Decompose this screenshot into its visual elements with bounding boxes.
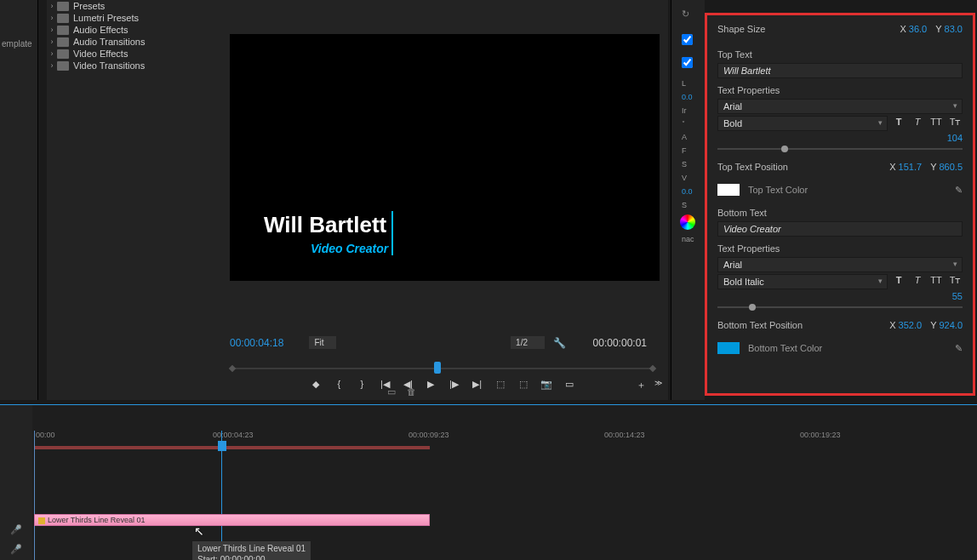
y-value[interactable]: 860.5 [939, 162, 963, 172]
tree-item[interactable]: ›Video Transitions [47, 60, 217, 71]
video-preview[interactable]: Will Bartlett Video Creator [230, 34, 660, 281]
tree-item[interactable]: ›Audio Effects [47, 24, 217, 36]
go-to-out-icon[interactable]: ▶| [467, 379, 488, 390]
settings-icon[interactable]: 🔧 [553, 337, 566, 349]
color-swatch[interactable] [717, 184, 740, 196]
add-marker-icon[interactable]: ◆ [306, 379, 326, 390]
scrubber-track [230, 368, 655, 369]
property-label: Bottom Text [717, 208, 963, 218]
folder-icon [57, 26, 69, 35]
tooltip-line: Lower Thirds Line Reveal 01 [197, 543, 306, 554]
mark-in-icon[interactable]: { [329, 379, 349, 389]
font-weight-select[interactable]: Bold Italic [717, 274, 888, 289]
eyedropper-icon[interactable]: ✎ [955, 185, 963, 196]
y-label: Y [930, 320, 936, 330]
timecode-bar: 00:00:04:18 Fit 1/2 🔧 00:00:00:01 [230, 336, 655, 349]
program-monitor: Will Bartlett Video Creator 00:00:04:18 … [217, 0, 668, 400]
scrubber[interactable] [230, 357, 655, 374]
mic-icon[interactable]: 🎤 [0, 544, 32, 555]
color-wheel-icon[interactable] [680, 214, 695, 230]
zoom-select[interactable]: Fit [309, 336, 335, 349]
font-size-slider[interactable] [717, 148, 963, 150]
x-value[interactable]: 352.0 [899, 320, 923, 330]
lift-icon[interactable]: ⬚ [490, 379, 511, 390]
value-label[interactable]: 0.0 [682, 93, 705, 101]
font-weight-select[interactable]: Bold [717, 116, 888, 131]
font-size-value[interactable]: 104 [717, 133, 963, 143]
slider-handle[interactable] [781, 146, 788, 152]
truncated-label: V [682, 174, 705, 182]
y-label: Y [935, 24, 941, 34]
folder-icon [57, 14, 69, 23]
tree-item[interactable]: ›Video Effects [47, 48, 217, 60]
italic-button[interactable]: T [910, 117, 925, 130]
x-value[interactable]: 36.0 [909, 24, 927, 34]
y-value[interactable]: 924.0 [939, 320, 963, 330]
work-area-bar[interactable] [34, 446, 430, 449]
export-frame-icon[interactable]: 📷 [536, 379, 557, 390]
y-value[interactable]: 83.0 [945, 24, 963, 34]
chevron-right-icon: › [47, 14, 57, 22]
time-ruler[interactable]: 00:00 00:00:04:23 00:00:09:23 00:00:14:2… [34, 431, 977, 446]
trash-icon[interactable]: 🗑 [407, 386, 416, 397]
chevron-right-icon: › [47, 37, 57, 46]
loop-icon[interactable]: ↻ [682, 9, 705, 20]
resolution-select[interactable]: 1/2 [511, 336, 545, 349]
font-family-select[interactable]: Arial [717, 99, 963, 114]
bold-button[interactable]: T [891, 117, 906, 130]
color-swatch[interactable] [717, 342, 740, 354]
property-label: Top Text Position [717, 162, 881, 172]
step-forward-icon[interactable]: |▶ [444, 379, 465, 390]
chevron-down-icon[interactable]: ˅ [682, 120, 705, 128]
essential-graphics-panel: Shape Size X36.0 Y83.0 Top Text Text Pro… [705, 13, 975, 396]
extract-icon[interactable]: ⬚ [513, 379, 534, 390]
italic-button[interactable]: T [910, 275, 925, 289]
comparison-icon[interactable]: ▭ [559, 379, 580, 390]
mark-out-icon[interactable]: } [351, 379, 372, 389]
eyedropper-icon[interactable]: ✎ [955, 343, 963, 354]
folder-icon [57, 2, 69, 11]
top-text-input[interactable] [717, 63, 963, 78]
mic-icon[interactable]: 🎤 [0, 524, 32, 535]
cursor-icon: ↖ [194, 524, 204, 538]
smallcaps-button[interactable]: Tᴛ [947, 117, 963, 130]
in-point-icon[interactable] [229, 365, 236, 372]
preview-title-text: Will Bartlett [264, 212, 386, 238]
x-value[interactable]: 151.7 [899, 162, 923, 172]
ruler-tick: 00:00:19:23 [800, 431, 841, 439]
ruler-tick: 00:00:14:23 [604, 431, 645, 439]
in-point-marker [34, 431, 35, 560]
slider-handle[interactable] [749, 304, 756, 311]
tree-label: Lumetri Presets [73, 13, 139, 23]
font-size-slider[interactable] [717, 306, 963, 308]
timeline-clip[interactable]: Lower Thirds Line Reveal 01 [34, 514, 430, 526]
folder-icon [57, 49, 69, 59]
font-size-value[interactable]: 55 [717, 291, 963, 301]
tree-item[interactable]: ›Lumetri Presets [47, 12, 217, 24]
new-bin-icon[interactable]: ▭ [387, 386, 396, 397]
playhead-timecode[interactable]: 00:00:04:18 [230, 337, 283, 349]
playhead-head-icon[interactable] [218, 441, 226, 451]
smallcaps-button[interactable]: Tᴛ [947, 275, 963, 289]
ruler-tick: 00:00 [36, 431, 55, 439]
font-family-select[interactable]: Arial [717, 257, 963, 272]
tree-item[interactable]: ›Presets [47, 0, 217, 12]
value-label[interactable]: 0.0 [682, 187, 705, 196]
allcaps-button[interactable]: TT [928, 117, 944, 130]
tree-label: Presets [73, 1, 105, 11]
clip-tooltip: Lower Thirds Line Reveal 01 Start: 00:00… [192, 541, 311, 560]
bottom-text-input[interactable] [717, 221, 963, 237]
scrubber-handle[interactable] [434, 362, 441, 374]
y-label: Y [930, 162, 936, 172]
tree-item[interactable]: ›Audio Transitions [47, 36, 217, 48]
x-label: X [889, 162, 895, 172]
tree-label: Audio Transitions [73, 37, 145, 47]
out-point-icon[interactable] [649, 365, 656, 372]
template-label: emplate [2, 39, 32, 49]
bold-button[interactable]: T [891, 275, 906, 289]
arrow-icon[interactable]: ≫ [648, 379, 668, 387]
layer-visible-checkbox[interactable] [682, 34, 693, 45]
layer-visible-checkbox[interactable] [682, 57, 693, 68]
play-icon[interactable]: ▶ [420, 379, 441, 390]
allcaps-button[interactable]: TT [928, 275, 944, 289]
